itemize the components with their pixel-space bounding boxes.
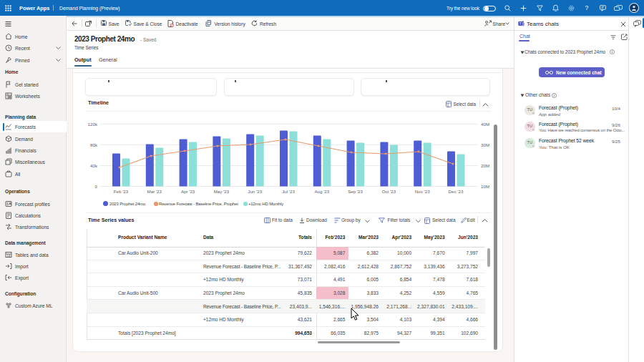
svg-text:30M: 30M bbox=[481, 142, 489, 147]
svg-text:20M: 20M bbox=[481, 163, 489, 168]
svg-text:Mar '23: Mar '23 bbox=[147, 189, 162, 194]
svg-text:40k: 40k bbox=[90, 163, 98, 168]
svg-text:80k: 80k bbox=[90, 142, 98, 147]
svg-text:0: 0 bbox=[95, 184, 98, 189]
svg-text:Sep '23: Sep '23 bbox=[348, 189, 363, 194]
svg-text:Aug '23: Aug '23 bbox=[314, 189, 329, 194]
svg-text:Nov '23: Nov '23 bbox=[415, 189, 430, 194]
svg-text:T: T bbox=[519, 22, 522, 26]
svg-text:120k: 120k bbox=[88, 122, 98, 127]
svg-text:Feb '23: Feb '23 bbox=[114, 189, 129, 194]
svg-text:Jul '23: Jul '23 bbox=[282, 189, 295, 194]
svg-text:Dec '23: Dec '23 bbox=[449, 189, 464, 194]
svg-text:May '23: May '23 bbox=[214, 189, 230, 194]
svg-text:Oct '23: Oct '23 bbox=[382, 189, 396, 194]
svg-text:40M: 40M bbox=[481, 122, 489, 127]
svg-text:Jun '23: Jun '23 bbox=[248, 189, 262, 194]
svg-text:Apr '23: Apr '23 bbox=[181, 189, 195, 194]
svg-text:10M: 10M bbox=[481, 184, 489, 189]
